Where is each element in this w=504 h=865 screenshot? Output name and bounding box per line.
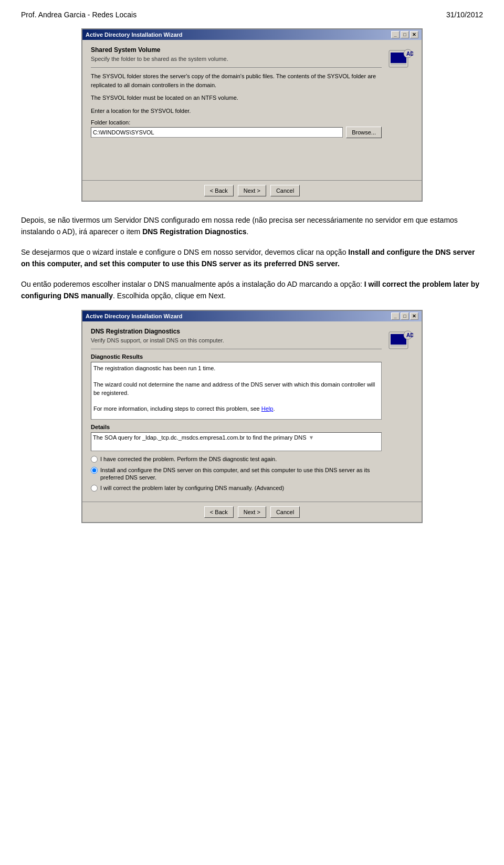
dialog2-content: DNS Registration Diagnostics Verify DNS … xyxy=(91,328,382,495)
dialog2-cancel-button[interactable]: Cancel xyxy=(270,506,300,518)
dialog2-titlebar-buttons: _ □ ✕ xyxy=(391,312,418,320)
dialog1-title: Active Directory Installation Wizard xyxy=(86,32,183,38)
dialog2-ad-icon: AD xyxy=(388,328,413,353)
dialog1-icon: AD xyxy=(388,46,413,71)
radio-label-3: I will correct the problem later by conf… xyxy=(100,484,284,492)
dialog1-footer: < Back Next > Cancel xyxy=(82,180,422,201)
dialog1: Active Directory Installation Wizard _ □… xyxy=(81,28,423,202)
radio-row-3: I will correct the problem later by conf… xyxy=(91,484,382,492)
paragraph1-bold: DNS Registration Diagnostics xyxy=(142,227,246,236)
results-header: Diagnostic Results xyxy=(91,353,382,360)
dialog2-separator xyxy=(91,349,382,349)
results-scrollbox[interactable]: The registration diagnostic has been run… xyxy=(91,362,382,420)
radio-option-3[interactable] xyxy=(91,485,98,492)
dialog2-wrapper: Active Directory Installation Wizard _ □… xyxy=(81,310,423,523)
dialog1-back-button[interactable]: < Back xyxy=(204,185,234,196)
dialog1-section-subtitle: Specify the folder to be shared as the s… xyxy=(91,56,382,62)
paragraph3-end: . Escolhida opção, clique em Next. xyxy=(113,291,226,300)
details-text: The SOA query for _ldap._tcp.dc._msdcs.e… xyxy=(93,434,307,441)
radio-group: I have corrected the problem. Perform th… xyxy=(91,455,382,492)
radio-option-2[interactable] xyxy=(91,467,98,474)
dialog2: Active Directory Installation Wizard _ □… xyxy=(81,310,423,523)
dialog1-folder-input[interactable] xyxy=(91,127,343,138)
dialog2-minimize-button[interactable]: _ xyxy=(391,312,400,320)
radio-option-1[interactable] xyxy=(91,456,98,463)
dialog2-back-button[interactable]: < Back xyxy=(204,506,234,518)
svg-rect-7 xyxy=(391,345,406,347)
svg-rect-2 xyxy=(391,63,406,65)
paragraph3-start: Ou então poderemos escolher instalar o D… xyxy=(21,280,364,288)
dialog1-text1: The SYSVOL folder stores the server's co… xyxy=(91,72,382,89)
radio-label-1: I have corrected the problem. Perform th… xyxy=(100,455,277,463)
header-date: 31/10/2012 xyxy=(446,11,483,19)
dialog2-body: DNS Registration Diagnostics Verify DNS … xyxy=(82,321,422,501)
dialog1-cancel-button[interactable]: Cancel xyxy=(270,185,300,196)
results-text: The registration diagnostic has been run… xyxy=(93,364,379,413)
titlebar-buttons: _ □ ✕ xyxy=(391,31,418,38)
svg-text:AD: AD xyxy=(406,332,413,338)
radio-row-1: I have corrected the problem. Perform th… xyxy=(91,455,382,463)
close-button[interactable]: ✕ xyxy=(410,31,418,38)
dialog1-text2: The SYSVOL folder must be located on an … xyxy=(91,93,382,102)
dialog2-title: Active Directory Installation Wizard xyxy=(86,313,183,319)
dialog1-browse-button[interactable]: Browse... xyxy=(346,127,382,138)
dialog1-wrapper: Active Directory Installation Wizard _ □… xyxy=(81,28,423,202)
body-paragraph3: Ou então poderemos escolher instalar o D… xyxy=(21,278,483,302)
dialog2-maximize-button[interactable]: □ xyxy=(401,312,409,320)
dialog2-close-button[interactable]: ✕ xyxy=(410,312,418,320)
dialog2-titlebar: Active Directory Installation Wizard _ □… xyxy=(82,311,422,321)
details-header: Details xyxy=(91,424,382,430)
dialog1-input-row: Browse... xyxy=(91,127,382,138)
dialog2-section-subtitle: Verify DNS support, or install DNS on th… xyxy=(91,337,382,343)
svg-text:AD: AD xyxy=(406,51,413,57)
dialog2-next-button[interactable]: Next > xyxy=(238,506,266,518)
radio-label-2: Install and configure the DNS server on … xyxy=(100,466,382,482)
paragraph1-end: . xyxy=(247,227,249,236)
dialog1-text3: Enter a location for the SYSVOL folder. xyxy=(91,107,382,116)
body-paragraph2: Se desejarmos que o wizard instale e con… xyxy=(21,246,483,270)
body-paragraph1: Depois, se não tivermos um Servidor DNS … xyxy=(21,214,483,238)
dialog1-content: Shared System Volume Specify the folder … xyxy=(91,46,382,174)
radio-row-2: Install and configure the DNS server on … xyxy=(91,466,382,482)
dialog1-separator xyxy=(91,67,382,68)
dialog2-icon: AD xyxy=(388,328,413,353)
help-link[interactable]: Help xyxy=(261,405,274,412)
dialog1-body: Shared System Volume Specify the folder … xyxy=(82,40,422,180)
dialog1-titlebar: Active Directory Installation Wizard _ □… xyxy=(82,29,422,40)
dialog2-footer: < Back Next > Cancel xyxy=(82,502,422,522)
page-header: Prof. Andrea Garcia - Redes Locais 31/10… xyxy=(21,11,483,19)
dialog1-next-button[interactable]: Next > xyxy=(238,185,266,196)
dialog1-section-title: Shared System Volume xyxy=(91,46,382,54)
paragraph2-start: Se desejarmos que o wizard instale e con… xyxy=(21,248,348,256)
maximize-button[interactable]: □ xyxy=(401,31,409,38)
dialog2-section-title: DNS Registration Diagnostics xyxy=(91,328,382,335)
header-left: Prof. Andrea Garcia - Redes Locais xyxy=(21,11,136,19)
ad-wizard-icon: AD xyxy=(388,46,413,71)
minimize-button[interactable]: _ xyxy=(391,31,400,38)
dialog1-folder-label: Folder location: xyxy=(91,119,382,126)
